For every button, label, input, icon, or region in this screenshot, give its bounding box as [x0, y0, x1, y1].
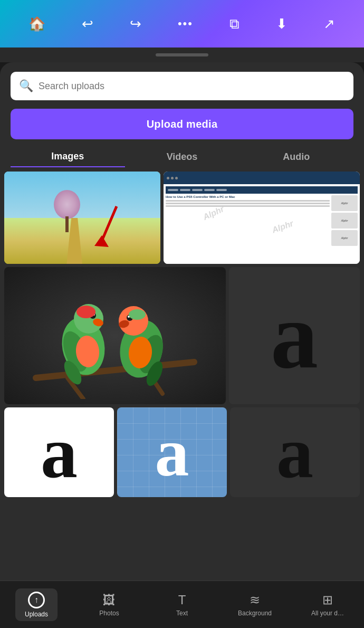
letter-a-right-image[interactable]: a	[230, 407, 360, 497]
nav-text-label: Text	[176, 610, 188, 617]
redo-icon[interactable]: ↪	[130, 16, 141, 32]
nav-text[interactable]: T Text	[161, 593, 203, 617]
letter-a-black-image[interactable]: a	[229, 267, 360, 404]
parrots-svg	[15, 272, 215, 399]
image-grid: How to Use a PS5 Controller With a PC or…	[0, 172, 364, 581]
home-icon[interactable]: 🏠	[28, 16, 45, 32]
sidebar-img-2: Alphr	[331, 213, 358, 229]
parrot-bg	[4, 267, 226, 404]
nav-dot-2	[171, 177, 174, 179]
uploads-icon: ↑	[28, 592, 45, 608]
tab-videos[interactable]: Videos	[125, 147, 240, 167]
svg-line-2	[36, 362, 194, 378]
nav-dot-1	[167, 177, 169, 179]
nav-line-1	[168, 189, 178, 191]
tab-audio[interactable]: Audio	[239, 147, 353, 167]
letter-a-pattern-image[interactable]: a	[117, 407, 227, 497]
letter-a-pattern: a	[155, 418, 189, 487]
nav-uploads[interactable]: ↑ Uploads	[15, 588, 58, 621]
article-line-2	[166, 203, 330, 204]
copy-icon[interactable]: ⧉	[229, 16, 240, 32]
tree-trunk	[65, 216, 69, 232]
landscape-image[interactable]	[4, 172, 160, 264]
svg-point-22	[129, 309, 146, 320]
parrots-image[interactable]	[4, 267, 226, 404]
more-icon[interactable]: •••	[178, 17, 193, 31]
download-icon[interactable]: ⬇	[276, 16, 288, 32]
letter-a-white-bg: a	[41, 415, 78, 489]
letter-a-white-image[interactable]: a	[4, 407, 114, 497]
letter-a-black: a	[271, 288, 318, 383]
letter-a-right: a	[276, 415, 313, 489]
website-sidebar: Alphr Alphr Alphr	[331, 195, 358, 260]
article-line-1	[166, 200, 330, 202]
top-toolbar: 🏠 ↩ ↪ ••• ⧉ ⬇ ↗	[0, 0, 364, 47]
red-arrow-container	[90, 204, 127, 253]
search-icon: 🔍	[19, 79, 33, 93]
all-designs-icon: ⊞	[322, 593, 333, 607]
nav-photos[interactable]: 🖼 Photos	[88, 593, 130, 617]
bottom-nav: ↑ Uploads 🖼 Photos T Text ≋ Background ⊞…	[0, 581, 364, 628]
tab-row: Images Videos Audio	[0, 147, 364, 167]
sidebar-img-3: Alphr	[331, 230, 358, 246]
website-screenshot[interactable]: How to Use a PS5 Controller With a PC or…	[164, 172, 360, 264]
search-input[interactable]	[39, 81, 345, 92]
tab-images[interactable]: Images	[11, 147, 125, 167]
grid-row-3: a a a	[4, 407, 360, 497]
website-nav	[166, 186, 358, 194]
text-icon: T	[178, 593, 186, 607]
nav-uploads-label: Uploads	[25, 611, 48, 618]
grid-row-2: a	[4, 267, 360, 404]
svg-marker-1	[94, 235, 109, 247]
main-panel: 🔍 Upload media Images Videos Audio	[0, 62, 364, 628]
nav-background-label: Background	[238, 610, 272, 617]
website-header-bar	[164, 172, 360, 184]
upload-media-button[interactable]: Upload media	[11, 109, 353, 139]
undo-icon[interactable]: ↩	[82, 16, 93, 32]
nav-photos-label: Photos	[99, 610, 119, 617]
article-title: How to Use a PS5 Controller With a PC or…	[166, 195, 330, 199]
notch-bar	[0, 47, 364, 62]
photos-icon: 🖼	[103, 593, 116, 607]
tree-crown	[54, 190, 80, 219]
nav-all-label: All your d…	[311, 610, 344, 617]
search-container: 🔍	[0, 62, 364, 106]
nav-line-2	[180, 189, 190, 191]
background-icon: ≋	[250, 593, 260, 607]
nav-dot-3	[175, 177, 178, 179]
notch-pill	[156, 53, 208, 56]
svg-point-13	[76, 306, 95, 318]
grid-row-1: How to Use a PS5 Controller With a PC or…	[4, 172, 360, 264]
website-main: How to Use a PS5 Controller With a PC or…	[166, 195, 358, 260]
website-article: How to Use a PS5 Controller With a PC or…	[166, 195, 330, 260]
share-icon[interactable]: ↗	[323, 16, 335, 32]
sidebar-img-1: Alphr	[331, 195, 358, 211]
website-content: How to Use a PS5 Controller With a PC or…	[164, 184, 360, 264]
nav-all[interactable]: ⊞ All your d…	[306, 593, 349, 617]
red-arrow-icon	[90, 204, 127, 251]
nav-line-5	[216, 189, 227, 191]
nav-background[interactable]: ≋ Background	[234, 593, 276, 617]
article-line-3	[166, 205, 330, 207]
upload-btn-container: Upload media	[0, 106, 364, 147]
nav-line-3	[192, 189, 203, 191]
nav-line-4	[204, 189, 215, 191]
search-bar: 🔍	[11, 72, 353, 100]
